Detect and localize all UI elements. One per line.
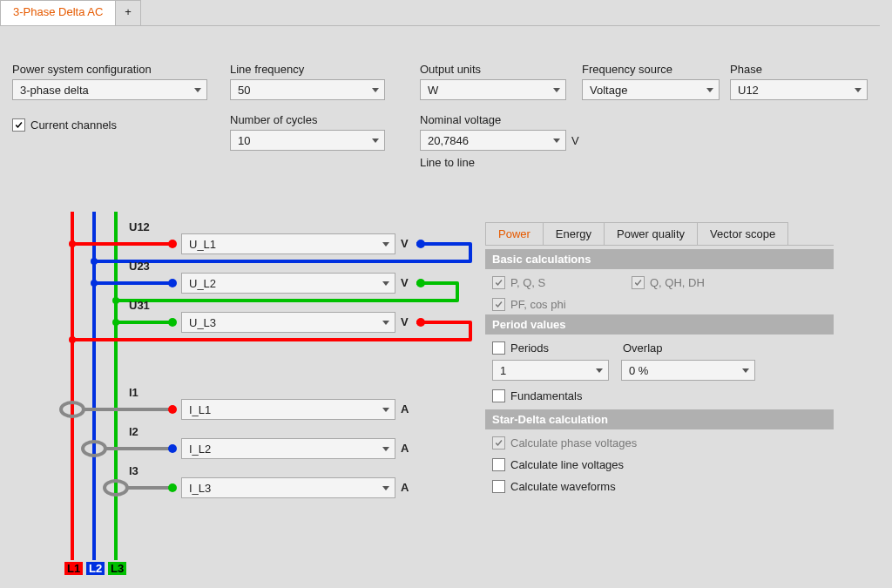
number-of-cycles-select[interactable]: 10 xyxy=(230,130,385,151)
output-units-group: Output units W xyxy=(420,63,566,100)
frequency-source-group: Frequency source Voltage xyxy=(582,63,720,100)
chevron-down-icon xyxy=(194,88,201,92)
checkbox-icon xyxy=(492,389,505,402)
chevron-down-icon xyxy=(553,88,560,92)
tab-main[interactable]: 3-Phase Delta AC xyxy=(0,0,116,25)
chevron-down-icon xyxy=(382,281,389,286)
tab-add[interactable]: + xyxy=(115,0,141,25)
nominal-voltage-sub: Line to line xyxy=(420,156,579,169)
checkbox-icon xyxy=(12,118,25,132)
frequency-source-value: Voltage xyxy=(590,84,627,97)
chevron-down-icon xyxy=(706,88,713,92)
chevron-down-icon xyxy=(855,88,862,92)
legend-l1: L1 xyxy=(64,562,83,575)
period-values-header: Period values xyxy=(485,314,834,335)
current-channels-checkbox[interactable]: Current channels xyxy=(12,118,117,132)
svg-point-10 xyxy=(112,319,119,326)
periods-label: Periods xyxy=(510,341,549,355)
pqs-label: P, Q, S xyxy=(510,276,545,289)
i3-label: I3 xyxy=(129,464,139,477)
right-panel: Power Energy Power quality Vector scope … xyxy=(485,222,834,500)
overlap-select[interactable]: 0 % xyxy=(621,360,755,381)
i1-channel-select[interactable]: I_L1 xyxy=(181,399,395,420)
tab-main-label: 3-Phase Delta AC xyxy=(13,5,103,18)
svg-point-4 xyxy=(69,240,76,247)
svg-point-8 xyxy=(168,279,177,287)
u12-channel-select[interactable]: U_L1 xyxy=(181,233,395,254)
phase-select[interactable]: U12 xyxy=(730,79,868,100)
svg-point-13 xyxy=(91,258,98,265)
subtabs: Power Energy Power quality Vector scope xyxy=(485,222,834,246)
u23-channel-value: U_L2 xyxy=(189,277,216,290)
svg-point-16 xyxy=(416,318,425,327)
power-system-config-value: 3-phase delta xyxy=(20,84,89,97)
u23-channel-select[interactable]: U_L2 xyxy=(181,273,395,294)
subtab-pq-label: Power quality xyxy=(617,227,685,240)
power-system-config-label: Power system configuration xyxy=(12,63,207,76)
chevron-down-icon xyxy=(382,486,389,490)
i3-channel-value: I_L3 xyxy=(189,482,211,495)
line-frequency-select[interactable]: 50 xyxy=(230,79,385,100)
periods-select[interactable]: 1 xyxy=(492,360,609,381)
subtab-energy[interactable]: Energy xyxy=(543,222,605,245)
u31-channel-select[interactable]: U_L3 xyxy=(181,312,395,333)
u23-unit: V xyxy=(401,276,409,289)
calc-line-checkbox[interactable]: Calculate line voltages xyxy=(492,458,827,471)
subtab-power[interactable]: Power xyxy=(485,222,544,245)
subtab-power-label: Power xyxy=(498,227,530,240)
checkbox-icon xyxy=(492,298,505,311)
pqs-checkbox: P, Q, S xyxy=(492,276,632,289)
overlap-label: Overlap xyxy=(623,341,663,355)
periods-value: 1 xyxy=(500,364,506,377)
svg-point-11 xyxy=(168,318,177,327)
u31-channel-value: U_L3 xyxy=(189,316,216,329)
fundamentals-label: Fundamentals xyxy=(510,389,582,402)
fundamentals-checkbox[interactable]: Fundamentals xyxy=(492,389,827,402)
power-system-config-select[interactable]: 3-phase delta xyxy=(12,79,207,100)
chevron-down-icon xyxy=(382,321,389,325)
legend-l2: L2 xyxy=(86,562,105,575)
calc-wav-checkbox[interactable]: Calculate waveforms xyxy=(492,480,827,493)
svg-point-23 xyxy=(168,483,177,492)
i3-unit: A xyxy=(401,481,409,494)
output-units-select[interactable]: W xyxy=(420,79,566,100)
calc-wav-label: Calculate waveforms xyxy=(510,480,616,493)
i3-channel-select[interactable]: I_L3 xyxy=(181,477,395,498)
u31-unit: V xyxy=(401,315,409,328)
qqhdh-label: Q, QH, DH xyxy=(650,276,705,289)
nominal-voltage-group: Nominal voltage 20,7846 V Line to line xyxy=(420,113,579,169)
i1-unit: A xyxy=(401,402,409,416)
u12-unit: V xyxy=(401,237,409,250)
overlap-value: 0 % xyxy=(629,364,648,377)
u12-label: U12 xyxy=(129,220,150,233)
periods-checkbox[interactable]: Periods xyxy=(492,341,623,355)
checkbox-icon xyxy=(632,276,645,289)
calc-line-label: Calculate line voltages xyxy=(510,458,624,471)
star-delta-header: Star-Delta calculation xyxy=(485,409,834,429)
pfcos-checkbox: PF, cos phi xyxy=(492,298,632,311)
pfcos-label: PF, cos phi xyxy=(510,298,566,311)
svg-point-15 xyxy=(112,297,119,304)
chevron-down-icon xyxy=(382,447,389,451)
line-frequency-group: Line frequency 50 xyxy=(230,63,385,100)
tabbar: 3-Phase Delta AC + xyxy=(0,0,880,26)
i2-channel-value: I_L2 xyxy=(189,443,211,456)
i2-unit: A xyxy=(401,442,409,455)
current-channels-label: Current channels xyxy=(30,118,117,132)
frequency-source-select[interactable]: Voltage xyxy=(582,79,720,100)
subtab-vector-scope[interactable]: Vector scope xyxy=(697,222,788,245)
chevron-down-icon xyxy=(382,408,389,412)
checkbox-icon xyxy=(492,480,505,493)
nominal-voltage-select[interactable]: 20,7846 xyxy=(420,130,566,151)
subtab-energy-label: Energy xyxy=(556,227,591,240)
u31-label: U31 xyxy=(129,299,150,312)
chevron-down-icon xyxy=(372,88,379,92)
checkbox-icon xyxy=(492,458,505,471)
svg-point-19 xyxy=(168,405,177,414)
nominal-voltage-value: 20,7846 xyxy=(428,134,469,147)
svg-point-7 xyxy=(91,280,98,287)
i2-label: I2 xyxy=(129,425,139,438)
chevron-down-icon xyxy=(372,139,379,143)
subtab-power-quality[interactable]: Power quality xyxy=(604,222,698,245)
i2-channel-select[interactable]: I_L2 xyxy=(181,438,395,459)
